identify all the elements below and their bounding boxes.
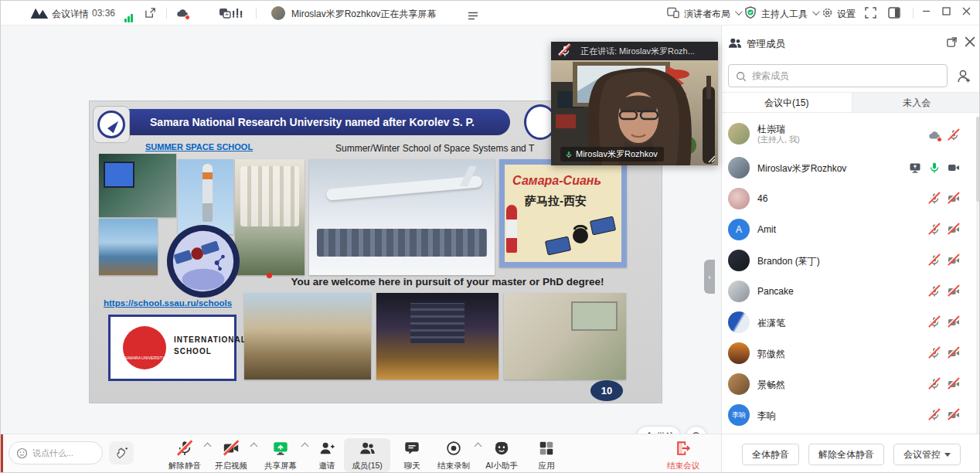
pop-out-icon[interactable] (145, 7, 156, 19)
camera-on-icon[interactable] (948, 162, 960, 174)
mic-muted-icon[interactable] (928, 285, 941, 298)
international-school-logo: SAMARA UNIVERSITY INTERNATIONALSCHOOL (108, 315, 236, 381)
maximize-button[interactable] (939, 6, 953, 20)
member-row[interactable]: 李响 李响 (722, 400, 977, 430)
avatar: 李响 (728, 404, 750, 426)
camera-muted-icon[interactable] (948, 254, 960, 267)
photo-lecture-room (504, 293, 626, 379)
end-meeting-button[interactable]: 结束会议 (659, 438, 707, 472)
mic-muted-icon[interactable] (928, 316, 941, 328)
members-label: 成员(15) (344, 461, 390, 471)
mic-muted-icon (176, 440, 193, 457)
member-row[interactable]: 景畅然 (722, 369, 977, 400)
member-name: 景畅然 (757, 379, 785, 392)
mic-on-icon[interactable] (928, 162, 941, 174)
sharing-list-icon[interactable] (468, 9, 478, 23)
camera-muted-icon[interactable] (948, 347, 960, 359)
meeting-timer: 03:36 (92, 8, 115, 19)
mic-muted-icon[interactable] (928, 192, 941, 205)
camera-muted-icon[interactable] (948, 192, 960, 205)
minimize-button[interactable] (919, 6, 933, 20)
chat-button[interactable]: 聊天 (389, 438, 435, 472)
camera-muted-icon[interactable] (948, 316, 960, 328)
smiley-icon (16, 447, 28, 459)
space-school-emblem (165, 223, 241, 299)
panel-collapse-handle[interactable]: ‹ (704, 260, 715, 294)
camera-muted-icon[interactable] (948, 378, 960, 390)
members-icon (359, 440, 376, 457)
member-name: 郭傲然 (757, 348, 785, 361)
side-panel-icon[interactable] (888, 7, 900, 22)
cloud-recording-icon[interactable] (928, 129, 941, 141)
tab-in-meeting[interactable]: 会议中(15) (722, 93, 852, 112)
members-panel: 管理成员 会议中(15) 未入会 杜崇瑞 (主持人, 我) Miroslav米罗… (721, 26, 980, 434)
photo-riverside (99, 219, 158, 275)
apps-button[interactable]: 应用 (523, 438, 570, 472)
captions-icon[interactable] (219, 7, 231, 19)
member-row[interactable]: 46 (722, 183, 977, 214)
video-options-caret[interactable] (251, 442, 257, 448)
mic-muted-icon[interactable] (928, 347, 941, 359)
panel-close-icon[interactable] (965, 36, 975, 50)
video-feed: Miroslav米罗Rozhkov (551, 60, 718, 165)
mic-muted-icon[interactable] (928, 223, 941, 236)
raise-hand-button[interactable] (109, 441, 134, 464)
settings-button[interactable]: 设置 (837, 8, 856, 21)
members-button[interactable]: 成员(15) (344, 438, 390, 472)
tab-not-joined[interactable]: 未入会 (852, 93, 980, 112)
photo-winter-airplane (309, 159, 495, 275)
avatar (728, 188, 750, 209)
intl-text-2: SCHOOL (174, 347, 212, 356)
member-row[interactable]: 崔潇笔 (722, 307, 977, 338)
end-meeting-label: 结束会议 (659, 461, 707, 471)
camera-muted-icon[interactable] (948, 285, 960, 298)
member-row[interactable]: Miroslav米罗Rozhkov (722, 152, 977, 183)
audio-settings-icon[interactable] (231, 8, 243, 22)
layout-button[interactable]: 演讲者布局 (684, 8, 730, 21)
meeting-control-button[interactable]: 会议管控 (893, 444, 961, 465)
fullscreen-icon[interactable] (865, 7, 876, 22)
unmute-all-button[interactable]: 解除全体静音 (808, 444, 884, 465)
quick-chat-input[interactable] (32, 443, 99, 463)
stop-recording-button[interactable]: 结束录制 (430, 438, 477, 472)
unmute-button[interactable]: 解除静音 (162, 438, 208, 472)
member-search-box[interactable] (728, 64, 948, 87)
speaking-label: 正在讲话: Miroslav米罗Rozh... (580, 42, 695, 60)
close-button[interactable] (959, 6, 973, 20)
camera-muted-icon[interactable] (948, 223, 960, 236)
mute-all-button[interactable]: 全体静音 (742, 444, 799, 465)
mic-muted-icon[interactable] (948, 129, 960, 141)
chat-label: 聊天 (389, 461, 435, 471)
share-screen-button[interactable]: 共享屏幕 (257, 438, 304, 472)
avatar (728, 250, 750, 271)
scrollbar-thumb[interactable] (976, 117, 980, 202)
end-meeting-icon (675, 440, 692, 457)
cloud-recording-icon[interactable] (176, 7, 189, 19)
meeting-details-button[interactable]: 会议详情 (52, 8, 89, 21)
member-name: Amit (757, 224, 776, 235)
add-member-icon[interactable] (956, 69, 971, 87)
member-row[interactable]: 杜崇瑞 (主持人, 我) (722, 118, 977, 152)
mic-muted-icon[interactable] (928, 409, 941, 421)
quick-chat-box[interactable] (9, 441, 103, 464)
resize-grip-icon[interactable] (706, 154, 716, 163)
share-screen-label: 共享屏幕 (257, 461, 304, 471)
start-video-button[interactable]: 开启视频 (208, 438, 254, 472)
unmute-label: 解除静音 (162, 461, 208, 471)
camera-muted-icon[interactable] (948, 409, 960, 421)
ai-assistant-button[interactable]: AI小助手 (478, 438, 525, 472)
video-name-tag: Miroslav米罗Rozhkov (560, 147, 664, 162)
member-row[interactable]: Brandon (莱丁) (722, 245, 977, 276)
floating-video-window[interactable]: 正在讲话: Miroslav米罗Rozh... (551, 42, 718, 165)
member-search-input[interactable] (752, 66, 944, 86)
panel-popout-icon[interactable] (946, 36, 958, 51)
member-row[interactable]: 郭傲然 (722, 338, 977, 369)
mic-muted-icon[interactable] (928, 254, 941, 267)
members-icon (728, 37, 742, 52)
screen-sharing-icon[interactable] (909, 162, 921, 174)
mic-muted-icon[interactable] (928, 378, 941, 390)
member-row[interactable]: A Amit (722, 214, 977, 245)
member-row[interactable]: Pancake (722, 276, 977, 307)
host-tools-button[interactable]: 主持人工具 (761, 8, 808, 21)
invite-button[interactable]: 邀请 (304, 438, 350, 472)
